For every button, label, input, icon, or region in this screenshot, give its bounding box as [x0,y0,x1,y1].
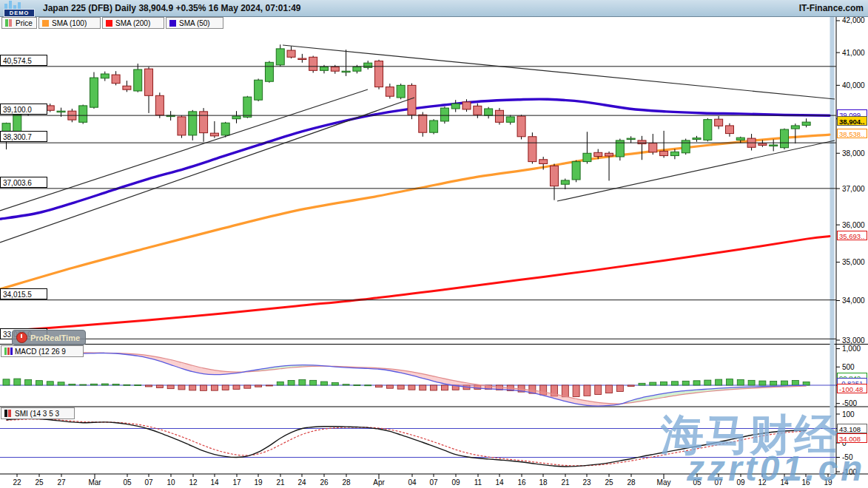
svg-text:11: 11 [474,478,482,487]
svg-text:16: 16 [801,478,810,487]
svg-text:Mar: Mar [88,478,101,487]
macd-icon [4,348,12,355]
legend-sma50[interactable]: SMA (50) [166,17,223,29]
svg-text:24: 24 [297,478,306,487]
sma200-swatch-icon [106,20,112,27]
legend-smi[interactable]: SMI (14 3 5 3 [1,407,75,419]
svg-text:05: 05 [123,478,132,487]
svg-text:05: 05 [693,478,702,487]
legend-smi-label: SMI (14 3 5 3 [15,410,59,418]
svg-text:21: 21 [276,478,285,487]
app-logo-icon [4,1,24,9]
svg-text:28: 28 [627,478,636,487]
svg-text:07: 07 [144,478,153,487]
svg-text:37,000: 37,000 [842,185,865,193]
legend-sma200[interactable]: SMA (200) [102,17,164,29]
svg-text:May: May [657,478,671,487]
svg-text:19: 19 [824,478,832,487]
chart-svg: 42,00041,00040,00039,00038,00037,00036,0… [0,0,868,488]
legend-sma100-label: SMA (100) [52,19,87,27]
legend-price[interactable]: Price [1,17,37,29]
svg-text:26: 26 [320,478,329,487]
svg-text:34,000: 34,000 [842,296,865,305]
sma100-swatch-icon [42,20,49,27]
svg-text:23: 23 [582,478,591,487]
svg-text:07: 07 [429,478,438,487]
svg-text:14: 14 [780,478,789,487]
svg-text:-100: -100 [842,468,857,476]
title-bar: DEMO Japan 225 (DFB) Daily 38,904.9 +0.3… [0,0,868,17]
svg-text:38,000: 38,000 [842,149,865,157]
level-label-38300[interactable]: 38,300.7 [0,131,47,142]
tag-last-price: 38,904.. [837,116,867,126]
svg-text:36,000: 36,000 [842,221,865,229]
chart-title: Japan 225 (DFB) Daily 38,904.9 +0.35% 16… [43,3,301,13]
legend-sma100[interactable]: SMA (100) [38,17,101,29]
price-icon [5,19,13,27]
svg-text:10: 10 [166,478,175,487]
svg-text:14: 14 [495,478,504,487]
svg-text:-50: -50 [842,453,853,461]
svg-text:22: 22 [13,478,21,487]
tag-macd-signal-value: -100.48 [837,384,867,393]
tag-smi-signal-value: 34.008 [837,433,867,443]
trading-chart-window: 42,00041,00040,00039,00038,00037,00036,0… [0,0,868,488]
svg-text:-500: -500 [842,399,857,407]
tag-sma200-value: 35,693.. [837,231,867,240]
legend-macd[interactable]: MACD (12 26 9 [1,345,84,357]
tag-sma100-value: 38,538.. [837,129,867,138]
brand-label: IT-Finance.com [799,3,864,13]
svg-text:16: 16 [517,478,526,487]
svg-text:41,000: 41,000 [842,49,865,57]
level-label-39100[interactable]: 39,100.0 [0,104,47,115]
svg-text:21: 21 [561,478,570,487]
smi-icon [4,410,12,417]
level-label-40574[interactable]: 40,574.5 [0,55,47,66]
tag-smi-value: 43.108 [837,424,867,433]
svg-text:42,000: 42,000 [842,16,865,24]
svg-text:19: 19 [254,478,263,487]
svg-text:09: 09 [451,478,460,487]
prorealtime-logo-icon [16,332,27,343]
svg-text:14: 14 [210,478,219,487]
svg-text:28: 28 [342,478,351,487]
sma50-swatch-icon [169,20,176,27]
svg-text:500: 500 [842,363,855,371]
svg-text:12: 12 [189,478,198,487]
svg-text:27: 27 [57,478,66,487]
svg-text:07: 07 [714,478,723,487]
svg-text:1,000: 1,000 [842,345,861,353]
svg-text:12: 12 [758,478,767,487]
level-label-37003[interactable]: 37,003.6 [0,177,47,188]
svg-text:25: 25 [35,478,44,487]
svg-text:100: 100 [842,410,855,418]
legend-sma200-label: SMA (200) [115,19,150,27]
svg-text:04: 04 [408,478,417,487]
prorealtime-label: ProRealTime [30,333,80,342]
svg-text:35,000: 35,000 [842,258,865,266]
prorealtime-badge: ProRealTime [12,330,86,345]
svg-text:09: 09 [736,478,745,487]
legend-macd-label: MACD (12 26 9 [15,348,66,356]
legend-sma50-label: SMA (50) [179,19,210,27]
legend-price-label: Price [16,19,33,27]
svg-text:40,000: 40,000 [842,81,865,89]
level-label-34015[interactable]: 34,015.5 [0,288,47,299]
svg-text:Apr: Apr [373,478,385,487]
svg-text:33,000: 33,000 [842,336,865,345]
svg-text:18: 18 [539,478,548,487]
svg-text:25: 25 [605,478,613,487]
svg-text:17: 17 [232,478,241,487]
demo-badge: DEMO [4,9,35,17]
